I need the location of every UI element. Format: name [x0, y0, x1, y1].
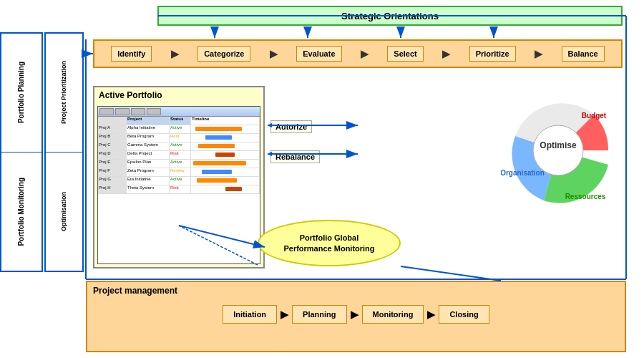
- step-closing: Closing: [439, 305, 489, 324]
- ss-row-1: Proj A Alpha Initiative Active: [98, 125, 260, 134]
- ss-cell-r8l: Proj H: [98, 185, 127, 193]
- step-select: Select: [387, 46, 423, 62]
- ss-cell-r7w: Eta Initiative: [127, 177, 170, 185]
- ss-cell-r4l: Proj D: [98, 151, 127, 159]
- svg-text:Budget: Budget: [582, 112, 607, 120]
- portfolio-monitoring-ellipse: Portfolio GlobalPerformance Monitoring: [258, 220, 401, 266]
- sidebar-left: Portfolio Planning Portfolio Monitoring: [0, 32, 43, 272]
- arrow-3: ▶: [361, 48, 369, 59]
- ss-cell-r6s: Review: [170, 168, 191, 176]
- ss-btn-1: [99, 108, 114, 115]
- step-prioritize: Prioritize: [469, 46, 516, 62]
- active-portfolio-box: Active Portfolio Project Status Timeline…: [93, 86, 265, 268]
- step-categorize: Categorize: [197, 46, 250, 62]
- ss-row-8: Proj H Theta System Risk: [98, 185, 260, 194]
- ss-row-7: Proj G Eta Initiative Active: [98, 177, 260, 185]
- ss-cell-r1s: Active: [170, 125, 191, 133]
- ss-cell-r7g: [191, 177, 260, 185]
- ss-btn-2: [115, 108, 130, 115]
- ss-cell-r6l: Proj F: [98, 168, 127, 176]
- step-evaluate: Evaluate: [296, 46, 341, 62]
- ss-cell-r5s: Active: [170, 160, 191, 168]
- step-identify: Identify: [111, 46, 152, 62]
- ss-cell-r4w: Delta Project: [127, 151, 170, 159]
- ss-cell-h3: Timeline: [191, 117, 260, 125]
- optimise-diagram: Optimise Budget Organisation Ressources: [501, 93, 615, 208]
- arrow-4: ▶: [442, 48, 450, 59]
- ss-cell-r2l: Proj B: [98, 134, 127, 142]
- ss-row-2: Proj B Beta Program Hold: [98, 134, 260, 142]
- optimise-svg: Optimise Budget Organisation Ressources: [501, 93, 615, 208]
- ss-cell-r4g: [191, 151, 260, 159]
- sidebar-section-monitoring: Portfolio Monitoring: [1, 153, 42, 271]
- step-monitoring: Monitoring: [362, 305, 424, 324]
- sidebar-monitoring-label: Portfolio Monitoring: [17, 178, 26, 246]
- ss-row-5: Proj E Epsilon Plan Active: [98, 160, 260, 168]
- sidebar-optimisation-label: Optimisation: [60, 192, 68, 231]
- ss-btn-3: [131, 108, 145, 115]
- ss-cell-r4s: Risk: [170, 151, 191, 159]
- portfolio-monitoring-label: Portfolio GlobalPerformance Monitoring: [283, 233, 374, 253]
- arrow-1: ▶: [171, 48, 179, 59]
- proj-arrow-1: ▶: [280, 309, 288, 320]
- ss-cell-r3l: Proj C: [98, 142, 127, 150]
- ss-cell-r2s: Hold: [170, 134, 191, 142]
- ss-header-row: Project Status Timeline: [98, 117, 260, 125]
- ss-cell-r5l: Proj E: [98, 160, 127, 168]
- ss-row-4: Proj D Delta Project Risk: [98, 151, 260, 160]
- ss-cell-r1l: Proj A: [98, 125, 127, 133]
- spreadsheet-toolbar: [98, 107, 260, 117]
- ss-btn-4: [147, 108, 161, 115]
- svg-text:Organisation: Organisation: [501, 169, 545, 177]
- ss-cell-r8w: Theta System: [127, 185, 170, 193]
- ss-cell-r6g: [191, 168, 260, 176]
- spreadsheet-grid: Project Status Timeline Proj A Alpha Ini…: [98, 117, 260, 194]
- arrow-2: ▶: [270, 48, 278, 59]
- process-row: Identify ▶ Categorize ▶ Evaluate ▶ Selec…: [93, 39, 623, 68]
- ss-row-3: Proj C Gamma System Active: [98, 142, 260, 151]
- ss-cell-h1: Project: [127, 117, 170, 125]
- sidebar-inner-optimisation: Optimisation: [46, 153, 82, 271]
- ss-cell-r2g: [191, 134, 260, 142]
- ss-cell-r1w: Alpha Initiative: [127, 125, 170, 133]
- project-mgmt-label: Project management: [87, 282, 625, 299]
- ss-cell-r7l: Proj G: [98, 177, 127, 185]
- ss-cell-r7s: Active: [170, 177, 191, 185]
- diagram-container: Strategic Orientations Portfolio Plannin…: [0, 0, 644, 358]
- step-planning: Planning: [292, 305, 346, 324]
- ss-row-6: Proj F Zeta Program Review: [98, 168, 260, 177]
- proj-arrow-3: ▶: [427, 309, 435, 320]
- spreadsheet-visual: Project Status Timeline Proj A Alpha Ini…: [97, 106, 260, 264]
- svg-text:Optimise: Optimise: [540, 140, 577, 150]
- active-portfolio-label: Active Portfolio: [94, 87, 263, 103]
- svg-point-0: [533, 125, 583, 175]
- ss-cell-r1g: [191, 125, 260, 133]
- ss-cell-h0: [98, 117, 127, 125]
- ss-cell-r3w: Gamma System: [127, 142, 170, 150]
- step-balance: Balance: [562, 46, 605, 62]
- step-initiation: Initiation: [223, 305, 277, 324]
- sidebar-prioritization-label: Project Prioritization: [60, 61, 68, 124]
- proj-arrow-2: ▶: [351, 309, 358, 320]
- sidebar-planning-label: Portfolio Planning: [17, 62, 26, 123]
- ss-cell-r5g: [191, 160, 260, 168]
- strategic-orientations-box: Strategic Orientations: [157, 6, 623, 26]
- ss-cell-r3s: Active: [170, 142, 191, 150]
- ss-cell-r6w: Zeta Program: [127, 168, 170, 176]
- arrow-5: ▶: [535, 48, 542, 59]
- ss-cell-r8s: Risk: [170, 185, 191, 193]
- sidebar-inner-prioritization: Project Prioritization: [46, 34, 82, 153]
- project-steps-row: Initiation ▶ Planning ▶ Monitoring ▶ Clo…: [87, 305, 625, 324]
- strategic-orientations-label: Strategic Orientations: [341, 11, 439, 21]
- svg-line-24: [401, 266, 501, 281]
- ss-cell-h2: Status: [170, 117, 191, 125]
- sidebar-section-planning: Portfolio Planning: [1, 34, 42, 153]
- svg-text:Ressources: Ressources: [565, 193, 606, 200]
- project-mgmt-box: Project management Initiation ▶ Planning…: [86, 281, 626, 352]
- ss-cell-r8g: [191, 185, 260, 193]
- autorize-label: Autorize: [270, 120, 312, 133]
- rebalance-label: Rebalance: [270, 150, 320, 163]
- ss-cell-r2w: Beta Program: [127, 134, 170, 142]
- ss-cell-r3g: [191, 142, 260, 150]
- ss-cell-r5w: Epsilon Plan: [127, 160, 170, 168]
